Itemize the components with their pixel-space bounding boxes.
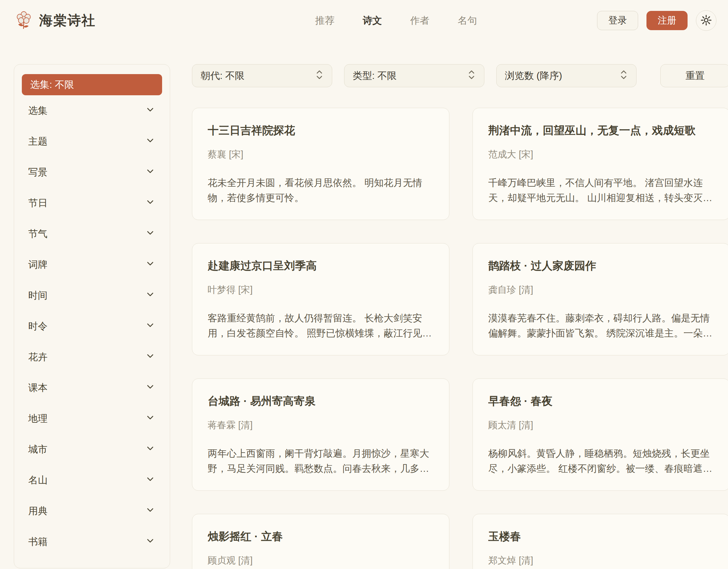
chevron-down-icon	[145, 474, 155, 486]
poem-author: 龚自珍 [清]	[488, 284, 714, 296]
poem-excerpt: 花未全开月未圆，看花候月思依然。 明知花月无情物，若使多情更可怜。	[208, 175, 434, 205]
sidebar-item-time[interactable]: 时间	[22, 280, 162, 311]
chevron-down-icon	[145, 167, 155, 178]
type-select[interactable]: 类型: 不限	[344, 64, 484, 87]
sun-icon	[701, 15, 712, 27]
poem-excerpt: 两年心上西窗雨，阑干背灯敲遍。月拥惊沙，星寒大野，马足关河同贱。羁愁数点。问春去…	[208, 446, 434, 476]
poem-card[interactable]: 台城路 · 易州寄高寄泉 蒋春霖 [清] 两年心上西窗雨，阑干背灯敲遍。月拥惊沙…	[192, 378, 449, 491]
poem-title: 玉楼春	[488, 529, 714, 544]
poem-card[interactable]: 鹊踏枝 · 过人家废园作 龚自珍 [清] 漠漠春芜春不住。藤刺牵衣，碍却行人路。…	[472, 243, 728, 355]
dynasty-select[interactable]: 朝代: 不限	[192, 64, 332, 87]
poem-author: 顾贞观 [清]	[208, 554, 434, 567]
filter-bar: 朝代: 不限 类型: 不限 浏览数 (降序) 重置	[192, 64, 728, 87]
main-content: 朝代: 不限 类型: 不限 浏览数 (降序) 重置	[192, 64, 728, 569]
sidebar-item-solar-term[interactable]: 节气	[22, 219, 162, 249]
site-title: 海棠诗社	[39, 12, 96, 30]
poem-card[interactable]: 十三日吉祥院探花 蔡襄 [宋] 花未全开月未圆，看花候月思依然。 明知花月无情物…	[192, 108, 449, 220]
chevron-down-icon	[145, 197, 155, 209]
poem-title: 赴建康过京口呈刘季高	[208, 258, 434, 273]
header-actions: 登录 注册	[597, 10, 716, 31]
chevron-down-icon	[145, 289, 155, 301]
sidebar-item-geography[interactable]: 地理	[22, 403, 162, 434]
sidebar-item-flowers[interactable]: 花卉	[22, 341, 162, 372]
main-nav: 推荐 诗文 作者 名句	[195, 14, 597, 27]
poem-title: 烛影摇红 · 立春	[208, 529, 434, 544]
nav-authors[interactable]: 作者	[410, 14, 429, 27]
filter-sidebar: 选集: 不限 选集 主题 写景 节日 节气 词牌 时间	[14, 64, 170, 568]
sidebar-item-city[interactable]: 城市	[22, 434, 162, 465]
poem-author: 顾太清 [清]	[488, 419, 714, 432]
chevron-down-icon	[145, 351, 155, 363]
register-button[interactable]: 注册	[646, 11, 688, 30]
chevron-down-icon	[145, 259, 155, 271]
login-button[interactable]: 登录	[597, 11, 638, 30]
sidebar-item-theme[interactable]: 主题	[22, 126, 162, 157]
poem-title: 台城路 · 易州寄高寄泉	[208, 393, 434, 408]
chevron-down-icon	[145, 320, 155, 332]
chevron-down-icon	[145, 228, 155, 240]
poem-title: 早春怨 · 春夜	[488, 393, 714, 408]
select-updown-icon	[620, 69, 628, 82]
chevron-down-icon	[145, 136, 155, 148]
sidebar-item-textbook[interactable]: 课本	[22, 372, 162, 403]
poem-author: 蔡襄 [宋]	[208, 148, 434, 161]
poem-title: 鹊踏枝 · 过人家废园作	[488, 258, 714, 273]
header: 海棠诗社 推荐 诗文 作者 名句 登录 注册	[0, 0, 728, 41]
poem-excerpt: 杨柳风斜。黄昏人静，睡稳栖鸦。短烛烧残，长更坐尽，小篆添些。 红楼不闭窗纱。被一…	[488, 446, 714, 476]
poem-author: 范成大 [宋]	[488, 148, 714, 161]
sidebar-item-mountain[interactable]: 名山	[22, 465, 162, 496]
poem-author: 蒋春霖 [清]	[208, 419, 434, 432]
begonia-flower-icon	[15, 11, 32, 30]
sidebar-item-festival[interactable]: 节日	[22, 188, 162, 219]
chevron-down-icon	[145, 536, 155, 548]
poem-title: 十三日吉祥院探花	[208, 123, 434, 138]
sidebar-item-scenery[interactable]: 写景	[22, 157, 162, 188]
sidebar-item-books[interactable]: 书籍	[22, 526, 162, 557]
sidebar-item-allusion[interactable]: 用典	[22, 496, 162, 526]
sidebar-item-collection[interactable]: 选集	[22, 95, 162, 126]
poem-excerpt: 千峰万峰巴峡里，不信人间有平地。 渚宫回望水连天，却疑平地元无山。 山川相迎复相…	[488, 175, 714, 205]
chevron-down-icon	[145, 444, 155, 455]
nav-recommend[interactable]: 推荐	[315, 14, 334, 27]
sort-select[interactable]: 浏览数 (降序)	[496, 64, 637, 87]
poem-excerpt: 客路重经黄鹄前，故人仍得暂留连。 长枪大剑笑安用，白发苍颜空自怜。 照野已惊横雉…	[208, 310, 434, 340]
poem-card[interactable]: 烛影摇红 · 立春 顾贞观 [清]	[192, 514, 449, 569]
brand[interactable]: 海棠诗社	[15, 11, 195, 30]
poem-excerpt: 漠漠春芜春不住。藤刺牵衣，碍却行人路。偏是无情偏解舞。蒙蒙扑面皆飞絮。 绣院深沉…	[488, 310, 714, 340]
chevron-down-icon	[145, 505, 155, 517]
chevron-down-icon	[145, 382, 155, 394]
poem-card[interactable]: 赴建康过京口呈刘季高 叶梦得 [宋] 客路重经黄鹄前，故人仍得暂留连。 长枪大剑…	[192, 243, 449, 355]
theme-toggle-button[interactable]	[696, 10, 716, 31]
chevron-down-icon	[145, 105, 155, 117]
poem-card[interactable]: 荆渚中流，回望巫山，无复一点，戏成短歌 范成大 [宋] 千峰万峰巴峡里，不信人间…	[472, 108, 728, 220]
sidebar-item-cipai[interactable]: 词牌	[22, 249, 162, 280]
select-updown-icon	[467, 69, 476, 82]
poem-card[interactable]: 玉楼春 郑文焯 [清]	[472, 514, 728, 569]
poem-author: 叶梦得 [宋]	[208, 284, 434, 296]
chevron-down-icon	[145, 413, 155, 425]
sidebar-selected-collection[interactable]: 选集: 不限	[22, 74, 162, 95]
nav-quotes[interactable]: 名句	[458, 14, 477, 27]
sidebar-item-season[interactable]: 时令	[22, 311, 162, 341]
poem-author: 郑文焯 [清]	[488, 554, 714, 567]
nav-poems[interactable]: 诗文	[363, 14, 382, 27]
poem-card[interactable]: 早春怨 · 春夜 顾太清 [清] 杨柳风斜。黄昏人静，睡稳栖鸦。短烛烧残，长更坐…	[472, 378, 728, 491]
select-updown-icon	[315, 69, 324, 82]
reset-filters-button[interactable]: 重置	[660, 64, 728, 87]
poem-title: 荆渚中流，回望巫山，无复一点，戏成短歌	[488, 123, 714, 138]
poem-grid: 十三日吉祥院探花 蔡襄 [宋] 花未全开月未圆，看花候月思依然。 明知花月无情物…	[192, 108, 728, 569]
